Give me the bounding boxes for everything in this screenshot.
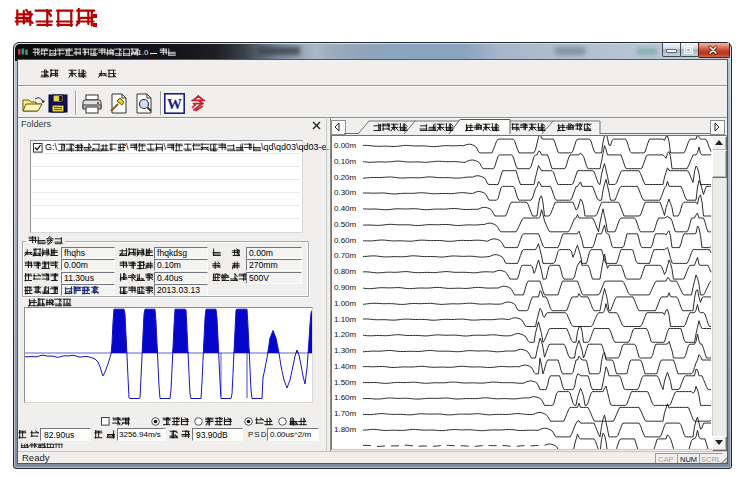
svg-text:W: W	[167, 96, 182, 112]
